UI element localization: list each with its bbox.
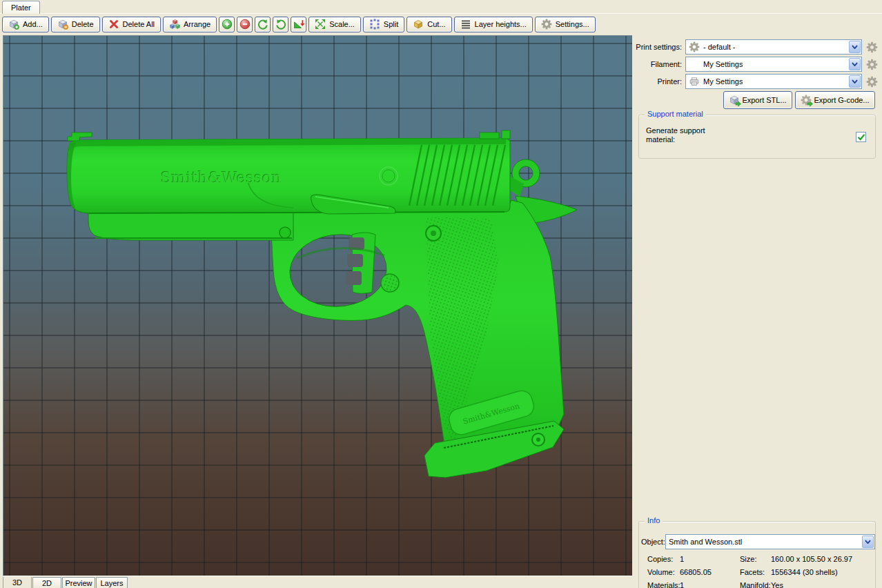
- info-title: Info: [645, 516, 663, 525]
- print-settings-label: Print settings:: [634, 39, 682, 55]
- export-stl-button[interactable]: Export STL...: [723, 91, 792, 109]
- settings-panel: Print settings: - default - Filament: My…: [632, 33, 882, 588]
- change-scale-button[interactable]: [291, 17, 306, 32]
- rotate-cw-icon: [275, 19, 286, 30]
- scale-arrows-icon: [315, 19, 326, 30]
- facets-label: Facets:: [740, 567, 765, 578]
- slide-engraving: Smith&Wesson: [161, 169, 282, 186]
- arrange-button-label: Arrange: [184, 20, 210, 28]
- printer-value: My Settings: [703, 77, 743, 86]
- printer-icon: [689, 76, 700, 87]
- volume-label: Volume:: [647, 567, 675, 578]
- cut-button[interactable]: Cut...: [406, 17, 451, 32]
- print-settings-select[interactable]: - default -: [685, 39, 862, 55]
- layers-icon: [460, 19, 471, 30]
- split-button[interactable]: Split: [363, 17, 404, 32]
- manifold-value: Yes: [771, 580, 783, 588]
- materials-label: Materials:: [647, 580, 680, 588]
- export-gcode-button[interactable]: Export G-code...: [795, 91, 875, 109]
- settings-button-label: Settings...: [556, 20, 589, 28]
- copies-value: 1: [680, 553, 684, 565]
- tab-layers-label: Layers: [100, 579, 123, 587]
- scale-button[interactable]: Scale...: [308, 17, 361, 32]
- info-row: Copies: 1 Size: 160.00 x 105.50 x 26.97: [639, 553, 875, 565]
- tab-2d[interactable]: 2D: [32, 577, 61, 588]
- model-layer: Smith&Wesson Smith&Wesson: [3, 36, 632, 576]
- tab-preview-label: Preview: [65, 579, 92, 587]
- settings-button[interactable]: Settings...: [535, 17, 596, 32]
- rotate-cw-button[interactable]: [273, 17, 288, 32]
- filament-gear-button[interactable]: [866, 59, 878, 70]
- chevron-down-icon: [852, 79, 858, 84]
- dropdown-button[interactable]: [849, 41, 861, 53]
- chevron-down-icon: [852, 45, 858, 50]
- change-scale-icon: [293, 19, 304, 30]
- export-gcode-icon: [801, 95, 812, 106]
- front-sight: [68, 133, 92, 141]
- add-button[interactable]: Add...: [2, 17, 49, 32]
- generate-support-checkbox[interactable]: [856, 132, 866, 142]
- dropdown-button[interactable]: [862, 536, 874, 548]
- print-settings-gear-button[interactable]: [866, 41, 878, 53]
- info-row: Volume: 66805.05 Facets: 1556344 (30 she…: [639, 567, 875, 578]
- chevron-down-icon: [852, 62, 858, 67]
- tab-plater-label: Plater: [11, 3, 31, 12]
- materials-value: 1: [680, 580, 684, 588]
- toolbar: Add... Delete Delete All Arrange Scale..…: [0, 14, 882, 35]
- print-settings-value: - default -: [703, 43, 735, 51]
- filament-select[interactable]: My Settings: [685, 57, 862, 72]
- copies-label: Copies:: [647, 553, 673, 565]
- rear-sight: [480, 133, 499, 139]
- object-label: Object:: [641, 534, 665, 549]
- printer-gear-button[interactable]: [866, 76, 878, 88]
- layer-heights-button[interactable]: Layer heights...: [454, 17, 533, 32]
- export-gcode-label: Export G-code...: [814, 96, 869, 104]
- printer-select[interactable]: My Settings: [685, 74, 862, 89]
- info-row: Materials: 1 Manifold: Yes: [639, 580, 875, 588]
- tab-layers[interactable]: Layers: [96, 577, 128, 588]
- cut-cube-icon: [413, 19, 424, 30]
- model-smith-and-wesson[interactable]: Smith&Wesson Smith&Wesson: [67, 130, 577, 478]
- volume-value: 66805.05: [680, 567, 712, 578]
- object-select[interactable]: Smith and Wesson.stl: [665, 534, 875, 549]
- tab-2d-label: 2D: [42, 579, 52, 587]
- filament-label: Filament:: [634, 57, 682, 72]
- support-material-group: Support material Generate support materi…: [638, 115, 876, 159]
- export-stl-icon: [729, 95, 740, 106]
- scale-button-label: Scale...: [329, 20, 355, 28]
- printer-label: Printer:: [634, 74, 682, 89]
- tab-preview[interactable]: Preview: [62, 577, 95, 588]
- split-button-label: Split: [384, 20, 398, 28]
- cut-button-label: Cut...: [427, 20, 445, 28]
- top-tab-bar: Plater: [0, 0, 882, 14]
- dropdown-button[interactable]: [849, 75, 861, 88]
- dropdown-button[interactable]: [849, 58, 861, 70]
- delete-all-button[interactable]: Delete All: [102, 17, 161, 32]
- gear-icon: [866, 59, 878, 70]
- manifold-label: Manifold:: [740, 580, 771, 588]
- delete-all-button-label: Delete All: [123, 20, 155, 28]
- size-value: 160.00 x 105.50 x 26.97: [771, 553, 852, 565]
- add-box-icon: [8, 19, 19, 30]
- facets-value: 1556344 (30 shells): [771, 567, 838, 578]
- delete-box-icon: [57, 19, 68, 30]
- gear-icon: [866, 76, 878, 88]
- filament-icon-spacer: [689, 59, 700, 70]
- support-material-title: Support material: [645, 110, 706, 118]
- chevron-down-icon: [865, 540, 871, 545]
- arrange-cubes-icon: [169, 19, 180, 30]
- delete-button[interactable]: Delete: [51, 17, 100, 32]
- gear-icon: [689, 41, 700, 52]
- export-stl-label: Export STL...: [742, 96, 786, 104]
- info-group: Info Object: Smith and Wesson.stl Copies…: [638, 521, 876, 588]
- fewer-copies-button[interactable]: [237, 17, 253, 32]
- more-copies-button[interactable]: [219, 17, 235, 32]
- tab-3d[interactable]: 3D: [3, 577, 32, 588]
- tab-plater[interactable]: Plater: [2, 1, 40, 14]
- viewport-3d-canvas[interactable]: Smith&Wesson Smith&Wesson: [3, 35, 633, 576]
- rotate-ccw-button[interactable]: [255, 17, 271, 32]
- filament-value: My Settings: [703, 60, 743, 68]
- arrange-button[interactable]: Arrange: [163, 17, 217, 32]
- red-x-icon: [108, 19, 119, 30]
- layer-heights-button-label: Layer heights...: [475, 20, 527, 28]
